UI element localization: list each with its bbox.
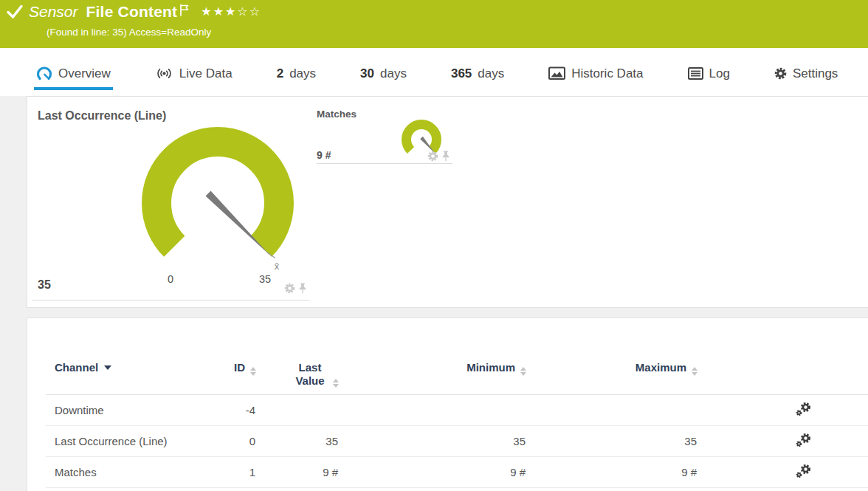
status-ok-check-icon bbox=[6, 3, 24, 21]
column-label: Channel bbox=[55, 361, 98, 374]
column-label: ID bbox=[234, 361, 245, 374]
edit-channel-gears-icon[interactable] bbox=[796, 433, 812, 447]
channel-last-value bbox=[256, 395, 339, 426]
gauge-icon bbox=[36, 66, 52, 81]
gauge-average-marker: x̄ bbox=[275, 261, 280, 272]
tab-overview[interactable]: Overview bbox=[34, 60, 113, 90]
channel-maximum bbox=[526, 395, 698, 426]
channel-id: -4 bbox=[193, 395, 256, 426]
priority-flag-icon[interactable] bbox=[179, 4, 190, 16]
tab-label: days bbox=[380, 66, 407, 81]
column-header-channel[interactable]: Channel bbox=[46, 352, 193, 395]
column-header-id[interactable]: ID bbox=[193, 352, 256, 395]
live-broadcast-icon bbox=[155, 67, 173, 80]
column-header-actions bbox=[698, 352, 868, 395]
gauge-current-value: 35 bbox=[38, 278, 51, 292]
primary-gauge: x̄ 0 35 bbox=[137, 122, 299, 293]
channel-actions-cell bbox=[698, 395, 868, 426]
tab-historic-data[interactable]: Historic Data bbox=[546, 60, 645, 90]
sort-desc-icon bbox=[104, 365, 111, 370]
channel-table: Channel ID Last Value Minimum Maximum Do… bbox=[46, 352, 868, 488]
tab-label: Live Data bbox=[179, 66, 232, 81]
channel-maximum: 35 bbox=[526, 426, 698, 457]
object-type-label: Sensor bbox=[29, 3, 78, 21]
tab-label: Historic Data bbox=[571, 66, 643, 81]
tab-label: days bbox=[289, 66, 316, 81]
column-header-maximum[interactable]: Maximum bbox=[526, 352, 698, 395]
tab-30-days[interactable]: 30 days bbox=[358, 60, 409, 90]
channel-last-value: 35 bbox=[256, 426, 339, 457]
matches-gauge-cell: Matches 9 # bbox=[317, 104, 452, 164]
tab-label: Settings bbox=[793, 66, 838, 81]
tab-2-days[interactable]: 2 days bbox=[275, 60, 318, 90]
channel-minimum bbox=[339, 395, 526, 426]
channel-last-value: 9 # bbox=[256, 457, 339, 488]
column-header-minimum[interactable]: Minimum bbox=[339, 352, 526, 395]
sensor-title-row: Sensor File Content ★★★☆☆ bbox=[6, 3, 261, 21]
sort-icon bbox=[520, 367, 526, 376]
channel-actions-cell bbox=[698, 457, 868, 488]
channel-name[interactable]: Downtime bbox=[46, 395, 193, 426]
tab-365-days[interactable]: 365 days bbox=[449, 60, 506, 90]
column-header-last-value[interactable]: Last Value bbox=[256, 352, 339, 395]
page-title: File Content bbox=[86, 3, 178, 21]
tab-number: 2 bbox=[277, 66, 283, 81]
priority-stars-rating[interactable]: ★★★☆☆ bbox=[201, 4, 261, 18]
channel-id: 0 bbox=[193, 426, 256, 457]
gauge-settings-gear-icon[interactable] bbox=[427, 151, 438, 162]
pin-icon[interactable] bbox=[299, 283, 306, 294]
gauge-scale-min: 0 bbox=[168, 273, 173, 285]
tab-label: Overview bbox=[58, 66, 111, 81]
tab-settings[interactable]: Settings bbox=[772, 60, 840, 90]
gear-icon bbox=[774, 67, 787, 80]
gauge-scale-max: 35 bbox=[259, 273, 271, 285]
channel-name[interactable]: Last Occurrence (Line) bbox=[46, 426, 193, 457]
sort-icon bbox=[250, 367, 256, 376]
sort-icon bbox=[333, 379, 339, 388]
column-label: Minimum bbox=[466, 361, 515, 374]
column-label: Last Value bbox=[292, 361, 328, 388]
sensor-header: Sensor File Content ★★★☆☆ (Found in line… bbox=[0, 0, 868, 48]
channel-minimum: 9 # bbox=[339, 457, 526, 488]
channel-maximum: 9 # bbox=[526, 457, 698, 488]
edit-channel-gears-icon[interactable] bbox=[796, 464, 812, 478]
channel-table-header-row: Channel ID Last Value Minimum Maximum bbox=[46, 352, 868, 395]
content-area: Last Occurrence (Line) x̄ 0 35 35 Matche bbox=[0, 96, 868, 491]
table-row-downtime: Downtime -4 bbox=[46, 395, 868, 426]
gauge-cell-actions bbox=[284, 283, 306, 294]
area-chart-icon bbox=[548, 66, 565, 80]
sensor-status-message: (Found in line: 35) Access=ReadOnly bbox=[46, 27, 211, 38]
edit-channel-gears-icon[interactable] bbox=[796, 402, 812, 416]
channel-name[interactable]: Matches bbox=[46, 457, 193, 488]
channel-id: 1 bbox=[193, 457, 256, 488]
pin-icon[interactable] bbox=[442, 151, 450, 162]
gauge-cell-actions bbox=[427, 151, 450, 162]
tab-number: 365 bbox=[451, 66, 472, 81]
tab-live-data[interactable]: Live Data bbox=[153, 60, 235, 90]
gauge-needle bbox=[206, 191, 270, 255]
channel-actions-cell bbox=[698, 426, 868, 457]
gauge-settings-gear-icon[interactable] bbox=[284, 283, 295, 294]
log-list-icon bbox=[688, 67, 703, 80]
tab-label: Log bbox=[709, 66, 730, 81]
primary-channel-gauge-cell: Last Occurrence (Line) x̄ 0 35 35 bbox=[32, 97, 309, 301]
gauge-current-value: 9 # bbox=[317, 149, 331, 161]
table-row-last-occurrence: Last Occurrence (Line) 0 35 35 35 bbox=[46, 426, 868, 457]
gauge-title: Matches bbox=[317, 109, 356, 120]
gauge-title: Last Occurrence (Line) bbox=[38, 109, 166, 123]
channel-minimum: 35 bbox=[339, 426, 526, 457]
channels-panel: Channel ID Last Value Minimum Maximum Do… bbox=[27, 317, 868, 491]
column-label: Maximum bbox=[636, 361, 686, 374]
sort-icon bbox=[692, 367, 698, 376]
tab-number: 30 bbox=[360, 66, 374, 81]
tab-log[interactable]: Log bbox=[686, 60, 732, 90]
table-row-matches: Matches 1 9 # 9 # 9 # bbox=[46, 457, 868, 488]
tab-bar: Overview Live Data 2 days 30 days 365 da… bbox=[0, 48, 868, 96]
gauges-panel: Last Occurrence (Line) x̄ 0 35 35 Matche bbox=[27, 96, 868, 308]
tab-label: days bbox=[478, 66, 504, 81]
